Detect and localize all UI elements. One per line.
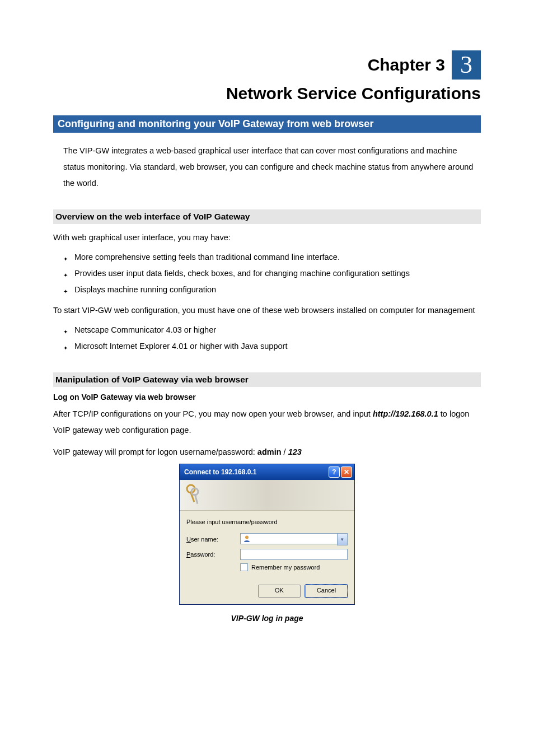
logon-url: http://192.168.0.1 <box>373 409 438 418</box>
document-page: Chapter 3 3 Network Service Configuratio… <box>0 0 534 756</box>
login-dialog: Connect to 192.168.0.1 ? ✕ Please <box>179 464 355 605</box>
remember-label: Remember my password <box>251 564 320 571</box>
password-row: Password: <box>186 549 348 560</box>
text: VoIP gateway will prompt for logon usern… <box>53 447 257 456</box>
dialog-banner <box>180 480 354 511</box>
close-icon[interactable]: ✕ <box>341 466 352 478</box>
overview-lead: With web graphical user interface, you m… <box>53 230 481 246</box>
chapter-label: Chapter 3 <box>368 55 445 74</box>
username-label: User name: <box>186 536 240 543</box>
overview-bullets: More comprehensive setting feels than tr… <box>53 249 481 298</box>
password-label: Password: <box>186 551 240 558</box>
ok-button[interactable]: OK <box>258 585 301 598</box>
text: / <box>282 447 288 456</box>
help-icon[interactable]: ? <box>329 466 340 478</box>
logon-para1: After TCP/IP configurations on your PC, … <box>53 406 481 438</box>
default-username: admin <box>257 447 282 456</box>
login-dialog-figure: Connect to 192.168.0.1 ? ✕ Please <box>53 464 481 605</box>
remember-checkbox[interactable] <box>240 563 248 571</box>
list-item: Provides user input data fields, check b… <box>74 265 481 282</box>
dialog-title-text: Connect to 192.168.0.1 <box>184 468 256 476</box>
chevron-down-icon[interactable]: ▾ <box>337 533 348 545</box>
logon-subheading: Log on VoIP Gateway via web browser <box>53 393 481 402</box>
dialog-buttons: OK Cancel <box>186 585 348 598</box>
manipulation-heading: Manipulation of VoIP Gateway via web bro… <box>53 372 481 387</box>
password-input[interactable] <box>240 549 348 560</box>
dialog-prompt: Please input username/password <box>186 519 348 525</box>
remember-row[interactable]: Remember my password <box>240 563 348 571</box>
overview-para2: To start VIP-GW web configuration, you m… <box>53 302 481 319</box>
list-item: Displays machine running configuration <box>74 282 481 298</box>
figure-caption: VIP-GW log in page <box>53 614 481 623</box>
dialog-titlebar: Connect to 192.168.0.1 ? ✕ <box>180 464 354 480</box>
list-item: Microsoft Internet Explorer 4.01 or high… <box>74 338 481 354</box>
overview-heading: Overview on the web interface of VoIP Ga… <box>53 209 481 224</box>
username-input[interactable] <box>240 533 337 544</box>
section-banner: Configuring and monitoring your VoIP Gat… <box>53 115 481 133</box>
svg-point-4 <box>245 536 249 539</box>
intro-paragraph: The VIP-GW integrates a web-based graphi… <box>53 143 481 192</box>
text: After TCP/IP configurations on your PC, … <box>53 409 373 418</box>
user-icon <box>243 535 251 543</box>
keys-icon <box>185 483 202 507</box>
default-password: 123 <box>288 447 302 456</box>
cancel-button[interactable]: Cancel <box>305 585 348 598</box>
dialog-body: Please input username/password User name… <box>180 511 354 604</box>
browser-list: Netscape Communicator 4.03 or higher Mic… <box>53 322 481 354</box>
list-item: Netscape Communicator 4.03 or higher <box>74 322 481 338</box>
logon-para2: VoIP gateway will prompt for logon usern… <box>53 444 481 460</box>
chapter-number-badge: 3 <box>452 50 481 80</box>
page-title: Network Service Configurations <box>53 84 481 103</box>
username-row: User name: ▾ <box>186 533 348 545</box>
username-combo[interactable]: ▾ <box>240 533 348 545</box>
list-item: More comprehensive setting feels than tr… <box>74 249 481 265</box>
chapter-header: Chapter 3 3 <box>53 50 481 80</box>
